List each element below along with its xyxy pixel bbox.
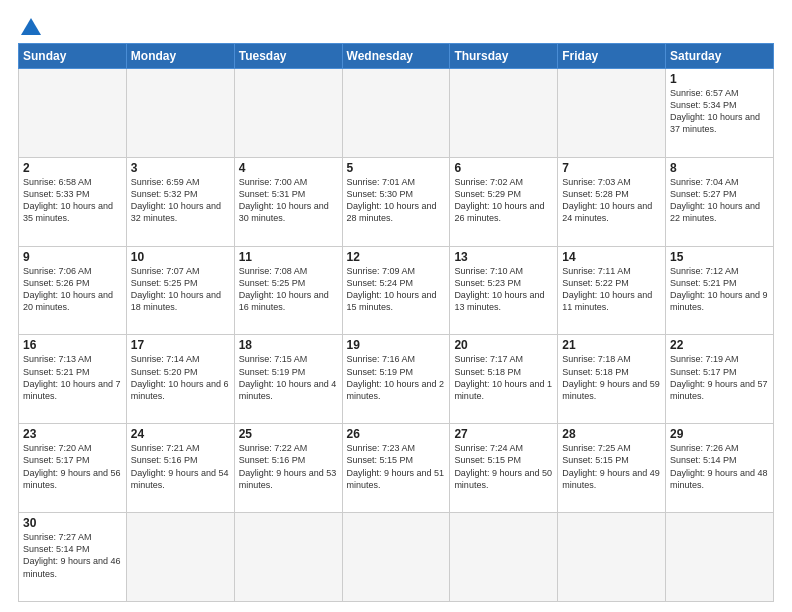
day-number: 2 (23, 161, 122, 175)
day-info: Sunrise: 7:26 AM Sunset: 5:14 PM Dayligh… (670, 442, 769, 491)
day-info: Sunrise: 7:19 AM Sunset: 5:17 PM Dayligh… (670, 353, 769, 402)
calendar-cell: 17Sunrise: 7:14 AM Sunset: 5:20 PM Dayli… (126, 335, 234, 424)
day-info: Sunrise: 7:22 AM Sunset: 5:16 PM Dayligh… (239, 442, 338, 491)
day-number: 3 (131, 161, 230, 175)
day-info: Sunrise: 7:21 AM Sunset: 5:16 PM Dayligh… (131, 442, 230, 491)
calendar-cell (450, 69, 558, 158)
calendar-cell: 21Sunrise: 7:18 AM Sunset: 5:18 PM Dayli… (558, 335, 666, 424)
weekday-sunday: Sunday (19, 44, 127, 69)
weekday-monday: Monday (126, 44, 234, 69)
day-info: Sunrise: 7:00 AM Sunset: 5:31 PM Dayligh… (239, 176, 338, 225)
day-info: Sunrise: 7:07 AM Sunset: 5:25 PM Dayligh… (131, 265, 230, 314)
day-info: Sunrise: 7:01 AM Sunset: 5:30 PM Dayligh… (347, 176, 446, 225)
weekday-wednesday: Wednesday (342, 44, 450, 69)
week-row-3: 16Sunrise: 7:13 AM Sunset: 5:21 PM Dayli… (19, 335, 774, 424)
day-info: Sunrise: 7:06 AM Sunset: 5:26 PM Dayligh… (23, 265, 122, 314)
day-info: Sunrise: 7:10 AM Sunset: 5:23 PM Dayligh… (454, 265, 553, 314)
week-row-4: 23Sunrise: 7:20 AM Sunset: 5:17 PM Dayli… (19, 424, 774, 513)
calendar-cell (126, 513, 234, 602)
calendar-cell: 30Sunrise: 7:27 AM Sunset: 5:14 PM Dayli… (19, 513, 127, 602)
calendar-cell: 6Sunrise: 7:02 AM Sunset: 5:29 PM Daylig… (450, 157, 558, 246)
day-info: Sunrise: 7:08 AM Sunset: 5:25 PM Dayligh… (239, 265, 338, 314)
calendar-cell (234, 69, 342, 158)
day-number: 1 (670, 72, 769, 86)
calendar-cell: 14Sunrise: 7:11 AM Sunset: 5:22 PM Dayli… (558, 246, 666, 335)
weekday-header-row: SundayMondayTuesdayWednesdayThursdayFrid… (19, 44, 774, 69)
day-number: 24 (131, 427, 230, 441)
day-info: Sunrise: 6:58 AM Sunset: 5:33 PM Dayligh… (23, 176, 122, 225)
calendar-cell (342, 513, 450, 602)
calendar-cell: 11Sunrise: 7:08 AM Sunset: 5:25 PM Dayli… (234, 246, 342, 335)
calendar-cell: 5Sunrise: 7:01 AM Sunset: 5:30 PM Daylig… (342, 157, 450, 246)
day-info: Sunrise: 7:17 AM Sunset: 5:18 PM Dayligh… (454, 353, 553, 402)
calendar-cell (558, 69, 666, 158)
day-info: Sunrise: 7:23 AM Sunset: 5:15 PM Dayligh… (347, 442, 446, 491)
day-number: 7 (562, 161, 661, 175)
day-number: 26 (347, 427, 446, 441)
header (18, 18, 774, 35)
day-number: 25 (239, 427, 338, 441)
day-number: 12 (347, 250, 446, 264)
logo-triangle-icon (21, 18, 41, 35)
calendar-cell: 12Sunrise: 7:09 AM Sunset: 5:24 PM Dayli… (342, 246, 450, 335)
day-number: 22 (670, 338, 769, 352)
day-number: 8 (670, 161, 769, 175)
calendar-cell: 26Sunrise: 7:23 AM Sunset: 5:15 PM Dayli… (342, 424, 450, 513)
day-info: Sunrise: 7:16 AM Sunset: 5:19 PM Dayligh… (347, 353, 446, 402)
calendar-cell: 20Sunrise: 7:17 AM Sunset: 5:18 PM Dayli… (450, 335, 558, 424)
calendar-cell: 15Sunrise: 7:12 AM Sunset: 5:21 PM Dayli… (666, 246, 774, 335)
day-number: 20 (454, 338, 553, 352)
weekday-saturday: Saturday (666, 44, 774, 69)
calendar-cell: 8Sunrise: 7:04 AM Sunset: 5:27 PM Daylig… (666, 157, 774, 246)
calendar-cell: 28Sunrise: 7:25 AM Sunset: 5:15 PM Dayli… (558, 424, 666, 513)
calendar-cell: 2Sunrise: 6:58 AM Sunset: 5:33 PM Daylig… (19, 157, 127, 246)
day-info: Sunrise: 7:04 AM Sunset: 5:27 PM Dayligh… (670, 176, 769, 225)
day-info: Sunrise: 7:24 AM Sunset: 5:15 PM Dayligh… (454, 442, 553, 491)
day-info: Sunrise: 7:25 AM Sunset: 5:15 PM Dayligh… (562, 442, 661, 491)
calendar-cell: 9Sunrise: 7:06 AM Sunset: 5:26 PM Daylig… (19, 246, 127, 335)
calendar-cell: 10Sunrise: 7:07 AM Sunset: 5:25 PM Dayli… (126, 246, 234, 335)
calendar-cell (234, 513, 342, 602)
day-number: 11 (239, 250, 338, 264)
calendar-cell: 19Sunrise: 7:16 AM Sunset: 5:19 PM Dayli… (342, 335, 450, 424)
day-info: Sunrise: 7:13 AM Sunset: 5:21 PM Dayligh… (23, 353, 122, 402)
calendar-cell: 18Sunrise: 7:15 AM Sunset: 5:19 PM Dayli… (234, 335, 342, 424)
week-row-2: 9Sunrise: 7:06 AM Sunset: 5:26 PM Daylig… (19, 246, 774, 335)
calendar-cell: 24Sunrise: 7:21 AM Sunset: 5:16 PM Dayli… (126, 424, 234, 513)
calendar-cell: 25Sunrise: 7:22 AM Sunset: 5:16 PM Dayli… (234, 424, 342, 513)
calendar-cell: 4Sunrise: 7:00 AM Sunset: 5:31 PM Daylig… (234, 157, 342, 246)
calendar-cell: 3Sunrise: 6:59 AM Sunset: 5:32 PM Daylig… (126, 157, 234, 246)
calendar-table: SundayMondayTuesdayWednesdayThursdayFrid… (18, 43, 774, 602)
day-number: 15 (670, 250, 769, 264)
week-row-1: 2Sunrise: 6:58 AM Sunset: 5:33 PM Daylig… (19, 157, 774, 246)
calendar-cell: 27Sunrise: 7:24 AM Sunset: 5:15 PM Dayli… (450, 424, 558, 513)
calendar-cell (126, 69, 234, 158)
day-number: 28 (562, 427, 661, 441)
day-number: 6 (454, 161, 553, 175)
day-number: 9 (23, 250, 122, 264)
day-info: Sunrise: 6:59 AM Sunset: 5:32 PM Dayligh… (131, 176, 230, 225)
day-number: 10 (131, 250, 230, 264)
calendar-cell: 29Sunrise: 7:26 AM Sunset: 5:14 PM Dayli… (666, 424, 774, 513)
day-number: 23 (23, 427, 122, 441)
day-number: 16 (23, 338, 122, 352)
calendar-cell (342, 69, 450, 158)
day-number: 17 (131, 338, 230, 352)
week-row-0: 1Sunrise: 6:57 AM Sunset: 5:34 PM Daylig… (19, 69, 774, 158)
page: SundayMondayTuesdayWednesdayThursdayFrid… (0, 0, 792, 612)
calendar-cell: 23Sunrise: 7:20 AM Sunset: 5:17 PM Dayli… (19, 424, 127, 513)
weekday-thursday: Thursday (450, 44, 558, 69)
day-info: Sunrise: 7:09 AM Sunset: 5:24 PM Dayligh… (347, 265, 446, 314)
day-number: 14 (562, 250, 661, 264)
day-number: 5 (347, 161, 446, 175)
day-info: Sunrise: 7:11 AM Sunset: 5:22 PM Dayligh… (562, 265, 661, 314)
day-info: Sunrise: 7:20 AM Sunset: 5:17 PM Dayligh… (23, 442, 122, 491)
calendar-cell: 13Sunrise: 7:10 AM Sunset: 5:23 PM Dayli… (450, 246, 558, 335)
weekday-tuesday: Tuesday (234, 44, 342, 69)
day-number: 27 (454, 427, 553, 441)
day-info: Sunrise: 7:18 AM Sunset: 5:18 PM Dayligh… (562, 353, 661, 402)
day-number: 18 (239, 338, 338, 352)
calendar-cell: 16Sunrise: 7:13 AM Sunset: 5:21 PM Dayli… (19, 335, 127, 424)
calendar-cell: 7Sunrise: 7:03 AM Sunset: 5:28 PM Daylig… (558, 157, 666, 246)
day-info: Sunrise: 7:27 AM Sunset: 5:14 PM Dayligh… (23, 531, 122, 580)
